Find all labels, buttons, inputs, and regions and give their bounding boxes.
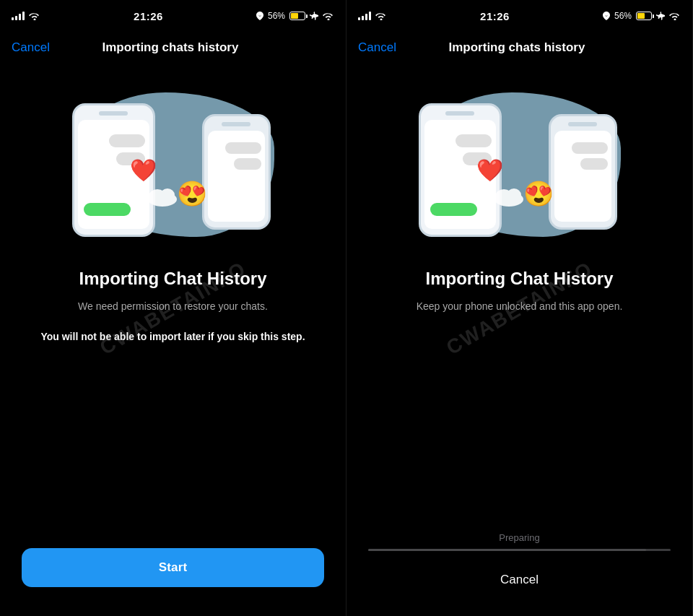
progress-label: Preparing <box>368 532 671 543</box>
cancel-button-left[interactable]: Cancel <box>12 40 50 55</box>
cloud-icon <box>144 185 180 209</box>
svg-point-7 <box>507 188 521 201</box>
progress-bar-track <box>368 549 671 551</box>
location-icon <box>256 12 263 20</box>
screen-desc-left: We need permission to restore your chats… <box>40 299 305 344</box>
desc-text-bold: You will not be able to import later if … <box>40 331 305 342</box>
bubble-gray-1 <box>109 134 145 147</box>
battery-icon-left <box>289 12 305 20</box>
bubble-gray-1-r <box>456 134 492 147</box>
wifi-icon <box>29 12 40 20</box>
start-button[interactable]: Start <box>22 548 324 587</box>
phone-right-screen-r <box>554 131 611 222</box>
smile-emoji-right: 😍 <box>523 179 554 208</box>
location-icon-right <box>603 12 610 20</box>
progress-bar-fill <box>368 549 646 551</box>
cancel-text-button[interactable]: Cancel <box>368 573 671 587</box>
panel-right: 21:26 56% Cancel Importing chats history <box>346 0 693 616</box>
nav-bar-right: Cancel Importing chats history <box>346 32 692 64</box>
bubble-green-1 <box>84 203 131 216</box>
signal-icon-right <box>358 12 371 20</box>
airplane-icon-right <box>656 12 665 20</box>
airplane-icon <box>310 12 318 20</box>
cloud-icon-right <box>491 185 527 209</box>
screen-desc-right: Keep your phone unlocked and this app op… <box>417 299 623 314</box>
panel-left: 21:26 56% Cancel Importing chats history <box>0 0 346 616</box>
wifi-icon-right <box>375 12 387 20</box>
smile-emoji: 😍 <box>177 179 207 208</box>
svg-point-3 <box>160 188 175 201</box>
status-right-right: 56% <box>603 11 681 21</box>
status-bar-right: 21:26 56% <box>346 0 692 32</box>
progress-area: Preparing Cancel <box>346 518 692 616</box>
nav-bar-left: Cancel Importing chats history <box>0 32 346 64</box>
bubble-gray-r1-r <box>572 142 608 154</box>
status-left-icons <box>12 12 40 20</box>
bubble-green-1-r <box>430 203 477 216</box>
wifi-icon-2 <box>323 12 334 20</box>
bubble-gray-r1 <box>225 142 261 154</box>
status-time-left: 21:26 <box>134 10 163 22</box>
desc-text-1: We need permission to restore your chats… <box>78 300 268 312</box>
screen-title-left: Importing Chat History <box>79 269 266 289</box>
cancel-button-right[interactable]: Cancel <box>358 40 396 55</box>
status-time-right: 21:26 <box>480 10 510 22</box>
heart-emoji-right: ❤️ <box>476 157 503 183</box>
phone-right-device <box>202 114 271 230</box>
screen-title-right: Importing Chat History <box>425 269 613 289</box>
bottom-area-left: Start <box>0 534 346 616</box>
heart-emoji: ❤️ <box>130 157 157 183</box>
bubble-gray-r2-r <box>580 158 608 170</box>
status-left-icons-right <box>358 12 387 20</box>
illustration-right: ❤️ 😍 <box>397 78 642 251</box>
phone-right-device-r <box>549 114 617 230</box>
nav-title-left: Importing chats history <box>103 40 239 55</box>
bubble-gray-r2 <box>234 158 261 170</box>
content-right: ❤️ 😍 Importing Chat History Keep your ph… <box>346 64 692 518</box>
phone-right-screen <box>208 131 265 222</box>
wifi-icon-2-right <box>669 12 681 20</box>
battery-percent-left: 56% <box>268 11 285 21</box>
battery-icon-right <box>636 12 652 20</box>
battery-percent-right: 56% <box>614 11 632 21</box>
status-right-left: 56% <box>256 11 334 21</box>
content-left: ❤️ 😍 Importing Chat History We need perm… <box>0 64 346 534</box>
nav-title-right: Importing chats history <box>449 40 585 55</box>
signal-icon <box>12 12 25 20</box>
illustration-left: ❤️ 😍 <box>51 78 296 251</box>
status-bar-left: 21:26 56% <box>0 0 346 32</box>
